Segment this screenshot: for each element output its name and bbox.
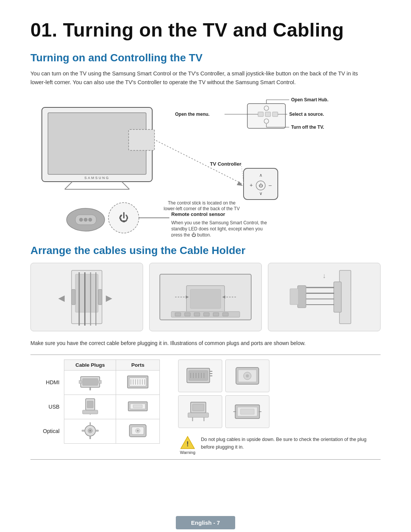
svg-rect-131 (188, 413, 209, 417)
optical-plug-icon (79, 422, 102, 439)
cable-table: Cable Plugs Ports HDMI (30, 359, 160, 444)
section2-title: Arrange the cables using the Cable Holde… (30, 244, 381, 257)
svg-text:⏻: ⏻ (259, 183, 263, 188)
col-cable-plugs: Cable Plugs (64, 359, 116, 370)
svg-rect-136 (241, 409, 254, 414)
warning-text: Do not plug cables in upside down. Be su… (201, 436, 381, 451)
svg-rect-83 (83, 379, 98, 385)
hdmi-port-closeup-svg (232, 364, 263, 387)
svg-text:–: – (269, 182, 272, 188)
svg-rect-108 (82, 430, 85, 431)
svg-text:!: ! (186, 440, 189, 448)
svg-text:+: + (250, 182, 253, 188)
svg-line-3 (65, 182, 72, 189)
svg-point-42 (84, 218, 88, 222)
svg-rect-115 (189, 371, 208, 380)
svg-rect-97 (87, 401, 93, 408)
svg-rect-25 (272, 112, 278, 117)
svg-point-128 (246, 374, 249, 377)
svg-text:press the ⏻ button.: press the ⏻ button. (171, 232, 211, 237)
svg-text:∨: ∨ (259, 191, 263, 196)
optical-label: Optical (30, 419, 64, 443)
svg-rect-84 (79, 380, 82, 383)
hdmi-closeup-svg (185, 364, 215, 387)
warning-area: ! Warning Do not plug cables in upside d… (178, 436, 381, 455)
hdmi-port-icon (126, 374, 149, 390)
svg-text:The control stick is located o: The control stick is located on the (168, 200, 236, 206)
svg-rect-7 (129, 129, 155, 150)
svg-text:⏻: ⏻ (119, 212, 129, 223)
svg-rect-72 (223, 313, 228, 316)
warning-triangle-icon: ! (180, 436, 195, 449)
usb-port-cell (116, 395, 160, 419)
footer-badge: English - 7 (176, 516, 235, 529)
cable-image-1: ◀ ▶ (30, 263, 143, 331)
hdmi-label: HDMI (30, 370, 64, 395)
svg-rect-55 (72, 289, 75, 305)
tv-diagram-svg: SAMSUNG ∧ ⏻ – + ∨ TV Controller The cont… (30, 96, 381, 237)
intro-text: You can turn on the TV using the Samsung… (30, 69, 362, 87)
warning-label: Warning (180, 450, 196, 455)
svg-text:∧: ∧ (259, 173, 263, 178)
plug-images-grid (178, 359, 269, 428)
col-ports: Ports (116, 359, 160, 370)
usb-plug-icon (79, 398, 102, 415)
svg-rect-70 (204, 313, 209, 316)
cable-images-row: ◀ ▶ (30, 263, 381, 331)
warning-icon-area: ! Warning (178, 436, 197, 455)
table-row: USB (30, 395, 160, 419)
hdmi-plug-cell (64, 370, 116, 395)
svg-rect-109 (96, 430, 99, 431)
table-row: Optical (30, 419, 160, 443)
usb-label: USB (30, 395, 64, 419)
page-footer: English - 7 (0, 513, 411, 532)
hdmi-port-cell (116, 370, 160, 395)
cable-caption: Make sure you have the correct cable bef… (30, 339, 381, 347)
svg-rect-80 (290, 289, 298, 305)
svg-text:Open Smart Hub.: Open Smart Hub. (291, 97, 328, 102)
optical-port-icon (126, 422, 149, 439)
svg-rect-24 (265, 112, 271, 117)
svg-text:◀: ◀ (58, 293, 65, 303)
svg-rect-74 (334, 282, 341, 312)
hdmi-plug-icon (79, 374, 102, 390)
svg-rect-61 (190, 289, 221, 308)
svg-text:When you use the Samsung Smart: When you use the Samsung Smart Control, … (171, 220, 267, 225)
svg-point-41 (79, 218, 83, 222)
cable-image-2 (149, 263, 262, 331)
hdmi-port-closeup (225, 359, 269, 392)
cable-img-2-svg (152, 267, 259, 328)
table-row: HDMI (30, 370, 160, 395)
svg-text:Select a source.: Select a source. (289, 112, 324, 117)
svg-point-105 (89, 430, 91, 431)
cable-table-section: Cable Plugs Ports HDMI (30, 355, 381, 460)
svg-text:Turn off the TV.: Turn off the TV. (291, 125, 324, 130)
section2: Arrange the cables using the Cable Holde… (30, 244, 381, 459)
table-right-side: ! Warning Do not plug cables in upside d… (178, 359, 381, 455)
usb-closeup-svg (185, 400, 215, 423)
usb-port-closeup-svg (232, 400, 263, 423)
usb-plug-closeup (178, 395, 222, 428)
svg-rect-98 (83, 410, 98, 414)
col-label-empty (30, 359, 64, 370)
svg-point-43 (88, 218, 92, 222)
usb-port-icon (126, 398, 149, 415)
svg-text:Open the menu.: Open the menu. (175, 112, 210, 117)
svg-rect-67 (175, 313, 181, 316)
section1-title: Turning on and Controlling the TV (30, 52, 381, 64)
tv-diagram-area: SAMSUNG ∧ ⏻ – + ∨ TV Controller The cont… (30, 96, 381, 237)
svg-text:Remote control sensor: Remote control sensor (171, 211, 225, 217)
svg-text:TV Controller: TV Controller (210, 161, 241, 167)
svg-text:SAMSUNG: SAMSUNG (84, 176, 110, 180)
svg-rect-68 (185, 313, 190, 316)
usb-plug-cell (64, 395, 116, 419)
svg-rect-102 (133, 405, 142, 408)
cable-img-3-svg: ↓ (286, 267, 362, 328)
cable-img-1-svg: ◀ ▶ (49, 267, 125, 328)
svg-rect-69 (194, 313, 200, 316)
svg-text:▶: ▶ (106, 293, 112, 303)
svg-rect-79 (298, 286, 306, 308)
svg-text:standby LED does not light, ex: standby LED does not light, except when … (171, 226, 263, 232)
svg-marker-9 (237, 181, 243, 186)
main-title: 01. Turning on the TV and Cabling (30, 19, 381, 41)
